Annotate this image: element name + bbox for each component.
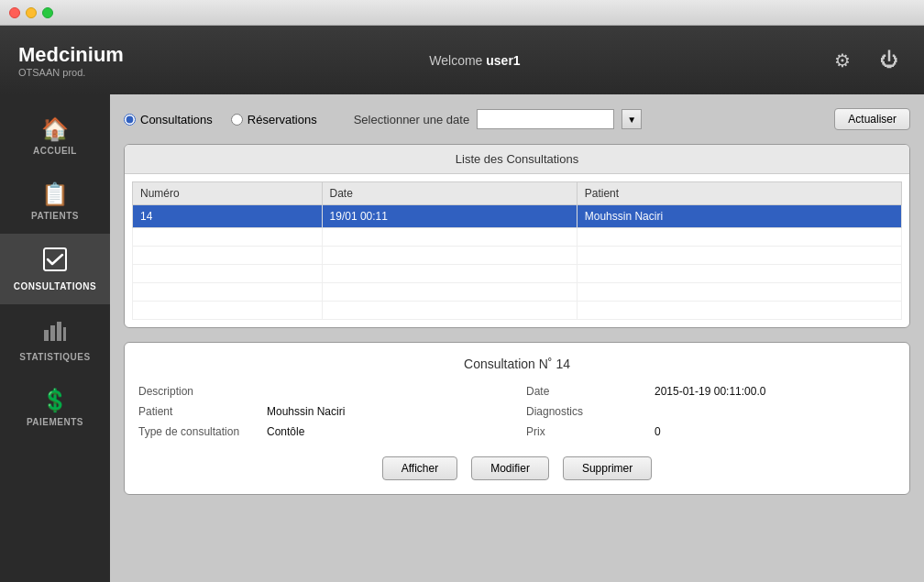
actualiser-button[interactable]: Actualiser bbox=[834, 108, 910, 130]
content: Consultations Réservations Selectionner … bbox=[110, 94, 924, 582]
date-dropdown-button[interactable]: ▼ bbox=[622, 109, 642, 129]
radio-consultations-input[interactable] bbox=[124, 114, 136, 126]
modifier-button[interactable]: Modifier bbox=[471, 456, 549, 480]
sidebar-item-patients[interactable]: 📋 PATIENTS bbox=[0, 169, 110, 234]
sidebar-label-patients: PATIENTS bbox=[31, 211, 79, 221]
svg-rect-2 bbox=[50, 325, 55, 341]
consultations-table: Numéro Date Patient 14 19/01 00:11 Mouhs… bbox=[132, 181, 902, 320]
table-section-title: Liste des Consultations bbox=[125, 145, 909, 174]
col-numero: Numéro bbox=[133, 182, 323, 205]
action-buttons: Afficher Modifier Supprimer bbox=[138, 456, 896, 480]
sidebar-label-paiements: PAIEMENTS bbox=[27, 417, 83, 427]
detail-title: Consultation N˚ 14 bbox=[138, 357, 896, 371]
table-row-empty-2 bbox=[133, 247, 902, 265]
radio-consultations[interactable]: Consultations bbox=[124, 113, 213, 126]
sidebar-item-consultations[interactable]: CONSULTATIONS bbox=[0, 234, 110, 304]
settings-button[interactable]: ⚙ bbox=[826, 44, 859, 77]
label-prix: Prix bbox=[526, 425, 645, 438]
username: user1 bbox=[486, 53, 520, 68]
detail-left: Description Patient Mouhssin Naciri Type… bbox=[138, 385, 508, 438]
date-selector: Selectionner une date ▼ bbox=[354, 109, 642, 129]
table-container: Numéro Date Patient 14 19/01 00:11 Mouhs… bbox=[125, 174, 909, 327]
value-date-detail: 2015-01-19 00:11:00.0 bbox=[654, 385, 765, 398]
detail-row-description: Description bbox=[138, 385, 508, 398]
header: Medcinium OTSAAN prod. Welcome user1 ⚙ ⏻ bbox=[0, 26, 924, 94]
afficher-button[interactable]: Afficher bbox=[382, 456, 457, 480]
detail-row-date: Date 2015-01-19 00:11:00.0 bbox=[526, 385, 896, 398]
col-date: Date bbox=[322, 182, 577, 205]
supprimer-button[interactable]: Supprimer bbox=[563, 456, 652, 480]
sidebar-item-accueil[interactable]: 🏠 ACCUEIL bbox=[0, 104, 110, 169]
close-button[interactable] bbox=[9, 7, 20, 18]
maximize-button[interactable] bbox=[42, 7, 53, 18]
radio-reservations-label: Réservations bbox=[248, 113, 317, 126]
app-title: Medcinium OTSAAN prod. bbox=[18, 43, 124, 78]
main-layout: 🏠 ACCUEIL 📋 PATIENTS CONSULTATIONS bbox=[0, 94, 924, 582]
label-patient: Patient bbox=[138, 405, 258, 418]
consultations-table-section: Liste des Consultations Numéro Date Pati… bbox=[124, 144, 910, 328]
radio-reservations-input[interactable] bbox=[231, 114, 243, 126]
detail-row-type: Type de consultation Contôle bbox=[138, 425, 508, 438]
home-icon: 🏠 bbox=[41, 116, 69, 142]
welcome-text: Welcome user1 bbox=[429, 53, 520, 68]
value-prix: 0 bbox=[654, 425, 661, 438]
minimize-button[interactable] bbox=[26, 7, 37, 18]
filter-bar: Consultations Réservations Selectionner … bbox=[124, 108, 910, 130]
detail-row-prix: Prix 0 bbox=[526, 425, 896, 438]
sidebar-label-consultations: CONSULTATIONS bbox=[14, 281, 96, 291]
date-label: Selectionner une date bbox=[354, 113, 469, 126]
table-row-empty-3 bbox=[133, 265, 902, 283]
date-input[interactable] bbox=[477, 109, 614, 129]
sidebar-label-statistiques: STATISTIQUES bbox=[19, 352, 90, 362]
consultations-icon bbox=[42, 247, 68, 278]
sidebar: 🏠 ACCUEIL 📋 PATIENTS CONSULTATIONS bbox=[0, 94, 110, 582]
table-row[interactable]: 14 19/01 00:11 Mouhssin Naciri bbox=[133, 205, 902, 228]
power-button[interactable]: ⏻ bbox=[873, 44, 906, 77]
sidebar-item-statistiques[interactable]: STATISTIQUES bbox=[0, 304, 110, 375]
detail-right: Date 2015-01-19 00:11:00.0 Diagnostics P… bbox=[526, 385, 896, 438]
label-type: Type de consultation bbox=[138, 425, 258, 438]
label-description: Description bbox=[138, 385, 258, 398]
cell-patient: Mouhssin Naciri bbox=[577, 205, 901, 228]
detail-row-patient: Patient Mouhssin Naciri bbox=[138, 405, 508, 418]
value-type: Contôle bbox=[267, 425, 304, 438]
patients-icon: 📋 bbox=[41, 181, 69, 207]
cell-numero: 14 bbox=[133, 205, 323, 228]
header-icons: ⚙ ⏻ bbox=[826, 44, 906, 77]
cell-date: 19/01 00:11 bbox=[322, 205, 577, 228]
radio-reservations[interactable]: Réservations bbox=[231, 113, 317, 126]
detail-grid: Description Patient Mouhssin Naciri Type… bbox=[138, 385, 896, 438]
title-bar bbox=[0, 0, 924, 26]
label-date-detail: Date bbox=[526, 385, 645, 398]
detail-section: Consultation N˚ 14 Description Patient M… bbox=[124, 342, 910, 495]
label-diagnostics: Diagnostics bbox=[526, 405, 645, 418]
statistiques-icon bbox=[42, 317, 68, 348]
svg-rect-3 bbox=[57, 322, 61, 341]
table-row-empty-5 bbox=[133, 302, 902, 320]
traffic-lights bbox=[9, 7, 53, 18]
paiements-icon: 💲 bbox=[41, 388, 69, 413]
table-header-row: Numéro Date Patient bbox=[133, 182, 902, 205]
table-row-empty-1 bbox=[133, 228, 902, 247]
sidebar-label-accueil: ACCUEIL bbox=[33, 146, 77, 156]
col-patient: Patient bbox=[577, 182, 901, 205]
radio-consultations-label: Consultations bbox=[140, 113, 213, 126]
svg-rect-4 bbox=[63, 327, 66, 341]
table-row-empty-4 bbox=[133, 283, 902, 302]
app-name: Medcinium bbox=[18, 43, 124, 67]
value-patient: Mouhssin Naciri bbox=[267, 405, 345, 418]
sidebar-item-paiements[interactable]: 💲 PAIEMENTS bbox=[0, 375, 110, 440]
app-sub: OTSAAN prod. bbox=[18, 67, 124, 78]
svg-rect-1 bbox=[44, 330, 49, 341]
detail-row-diagnostics: Diagnostics bbox=[526, 405, 896, 418]
